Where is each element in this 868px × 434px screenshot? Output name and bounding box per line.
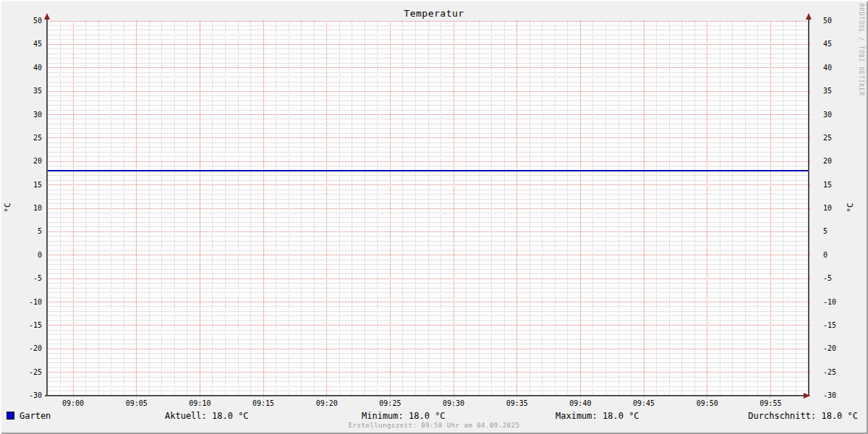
y-tick-label-left: 35	[14, 87, 42, 95]
x-tick-label: 09:10	[183, 399, 216, 408]
stat-minimum: Minimum: 18.0 °C	[362, 411, 446, 421]
legend-label-garten: Garten	[20, 411, 51, 421]
y-tick-label-left: -25	[14, 368, 42, 377]
y-tick-label-right: 15	[823, 181, 851, 190]
y-tick-label-right: 50	[823, 17, 851, 25]
y-axis-right-arrow-icon	[806, 13, 812, 20]
x-tick-label: 09:30	[437, 399, 470, 408]
x-axis	[45, 395, 804, 396]
y-axis-left	[46, 16, 48, 396]
y-tick-label-right: 25	[823, 134, 851, 142]
y-tick-label-left: 50	[14, 17, 42, 25]
gridline-major-h	[46, 278, 810, 279]
x-tick-label: 09:50	[691, 399, 724, 408]
gridline-major-v	[644, 21, 644, 398]
x-tick-label: 09:35	[501, 399, 534, 408]
rrdtool-watermark: RRDTOOL / TOBI OETIKER	[858, 4, 864, 96]
series-line-garten	[48, 170, 809, 171]
y-tick-label-right: 0	[823, 251, 851, 260]
gridline-major-h	[46, 44, 810, 45]
gridline-major-v	[390, 21, 391, 398]
y-tick-label-right: 5	[823, 227, 851, 236]
gridline-major-h	[46, 231, 810, 232]
y-tick-label-right: 30	[823, 111, 851, 119]
stat-maximum: Maximum: 18.0 °C	[556, 411, 639, 421]
y-tick-label-left: 5	[14, 227, 42, 236]
y-tick-label-left: 30	[14, 111, 42, 119]
y-tick-label-right: 35	[823, 87, 851, 95]
y-tick-label-left: 10	[14, 204, 42, 213]
y-tick-label-right: -30	[823, 391, 851, 400]
x-axis-arrow-icon	[804, 393, 810, 399]
y-tick-label-left: 25	[14, 134, 42, 142]
gridline-major-h	[46, 255, 810, 255]
gridline-major-h	[46, 161, 810, 162]
rrdtool-graph: Temperatur RRDTOOL / TOBI OETIKER °C °C …	[0, 0, 868, 434]
x-tick-label: 09:40	[563, 399, 597, 408]
y-tick-label-left: -10	[14, 298, 42, 307]
y-tick-label-right: 10	[823, 204, 851, 213]
y-tick-label-right: 20	[823, 157, 851, 166]
y-tick-label-left: -5	[14, 274, 42, 283]
x-tick-label: 09:15	[247, 399, 280, 408]
y-tick-label-left: 40	[14, 64, 42, 72]
gridline-major-h	[46, 91, 810, 92]
y-tick-label-right: -15	[823, 321, 851, 330]
y-tick-label-left: -30	[14, 391, 42, 400]
y-tick-label-right: -20	[823, 344, 851, 353]
gridline-major-h	[46, 114, 810, 115]
gridline-major-h	[46, 208, 810, 209]
y-tick-label-right: -25	[823, 368, 851, 377]
gridline-major-h	[46, 21, 810, 22]
y-tick-label-left: 45	[14, 40, 42, 48]
gridline-major-v	[263, 21, 264, 398]
y-axis-left-arrow-icon	[44, 13, 50, 20]
y-tick-label-right: 45	[823, 40, 851, 48]
creation-timestamp: Erstellungszeit: 09:58 Uhr am 04.09.2025	[0, 422, 868, 429]
stat-aktuell: Aktuell: 18.0 °C	[165, 411, 249, 421]
y-tick-label-right: -10	[823, 298, 851, 307]
y-tick-label-left: 20	[14, 157, 42, 166]
gridline-major-h	[46, 184, 810, 185]
x-tick-label: 09:05	[120, 399, 153, 408]
x-tick-label: 09:45	[627, 399, 660, 408]
x-tick-label: 09:25	[373, 399, 407, 408]
gridline-major-h	[46, 349, 810, 349]
gridline-major-v	[73, 21, 74, 398]
y-tick-label-right: -5	[823, 274, 851, 283]
legend-swatch-garten	[7, 412, 14, 420]
gridline-major-h	[46, 325, 810, 326]
gridline-major-v	[200, 21, 200, 398]
y-tick-label-left: 15	[14, 181, 42, 190]
gridline-major-h	[46, 302, 810, 302]
gridline-major-v	[326, 21, 327, 398]
gridline-major-v	[136, 21, 137, 398]
y-tick-label-left: 0	[14, 251, 42, 260]
gridline-major-v	[516, 21, 517, 398]
x-tick-label: 09:00	[56, 399, 90, 408]
chart-title: Temperatur	[0, 8, 868, 19]
gridline-major-h	[46, 372, 810, 373]
x-tick-label: 09:20	[310, 399, 344, 408]
y-tick-label-right: 40	[823, 64, 851, 72]
y-axis-unit-left: °C	[3, 200, 13, 215]
y-tick-label-left: -15	[14, 321, 42, 330]
gridline-major-h	[46, 67, 810, 68]
y-axis-right	[808, 16, 809, 396]
x-tick-label: 09:55	[754, 399, 787, 408]
stat-durchschnitt: Durchschnitt: 18.0 °C	[748, 411, 858, 421]
gridline-major-v	[454, 21, 454, 398]
gridline-major-v	[707, 21, 707, 398]
y-tick-label-left: -20	[14, 344, 42, 353]
gridline-major-v	[770, 21, 771, 398]
gridline-major-h	[46, 137, 810, 138]
gridline-major-v	[580, 21, 581, 398]
